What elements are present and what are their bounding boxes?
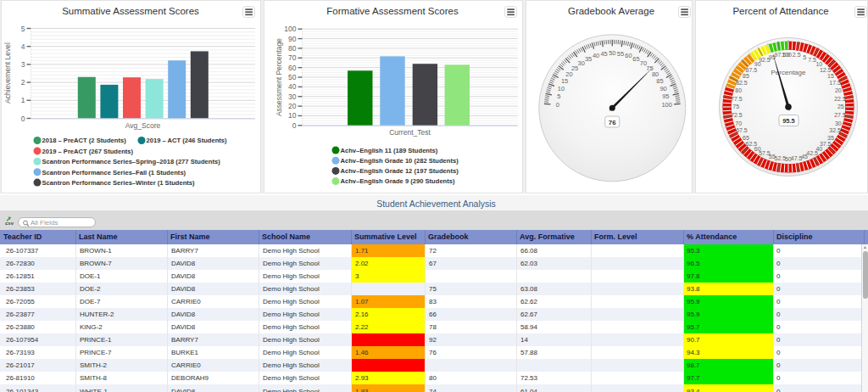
svg-text:52.5: 52.5 [775,155,787,161]
svg-text:30: 30 [577,59,584,67]
svg-text:1: 1 [21,96,25,104]
svg-text:76: 76 [609,119,616,126]
svg-text:35: 35 [585,55,592,63]
svg-text:0: 0 [21,115,25,123]
svg-text:90: 90 [288,35,297,43]
svg-text:30: 30 [288,92,297,101]
svg-text:70: 70 [288,53,297,62]
svg-text:Scantron Performance Series–Fa: Scantron Performance Series–Fall (1 Stud… [42,169,186,176]
svg-text:50: 50 [609,49,615,57]
svg-text:15: 15 [561,77,568,85]
svg-text:95.5: 95.5 [782,117,795,125]
svg-text:27.5: 27.5 [834,112,846,118]
svg-text:42.5: 42.5 [806,150,818,156]
svg-text:20: 20 [288,102,297,110]
svg-text:25: 25 [837,104,844,109]
svg-text:Achv–English Grade 9 (290 Stud: Achv–English Grade 9 (290 Students) [341,177,456,185]
svg-text:40: 40 [593,52,599,59]
svg-text:12.5: 12.5 [820,67,832,73]
svg-text:Achievement Level: Achievement Level [3,42,12,104]
svg-text:87.5: 87.5 [745,67,757,73]
svg-text:10: 10 [558,85,565,92]
svg-text:0: 0 [292,121,297,130]
svg-text:5: 5 [803,54,806,60]
svg-text:75: 75 [732,104,739,109]
svg-text:Achv–English Grade 10 (282 Stu: Achv–English Grade 10 (282 Students) [341,157,459,165]
svg-text:Formative Assessment Scores: Formative Assessment Scores [326,6,459,16]
svg-text:Current_Test: Current_Test [389,128,431,137]
svg-text:Avg_Score: Avg_Score [125,121,161,130]
svg-text:2: 2 [21,78,25,87]
svg-text:15: 15 [827,73,834,79]
svg-text:Assessment Percentage: Assessment Percentage [275,38,283,116]
svg-text:55: 55 [617,50,624,58]
svg-text:2019 – ACT (246 Students): 2019 – ACT (246 Students) [147,137,228,144]
svg-text:Summative Assessment Scores: Summative Assessment Scores [62,6,199,16]
svg-text:3: 3 [21,60,25,69]
svg-text:70: 70 [735,120,742,126]
svg-text:10: 10 [288,111,297,120]
svg-text:100: 100 [782,52,792,58]
svg-text:4: 4 [21,42,25,51]
svg-text:60: 60 [754,146,761,152]
svg-text:20: 20 [835,87,842,93]
svg-text:50: 50 [288,73,297,81]
svg-text:90: 90 [659,85,666,92]
svg-text:0: 0 [556,101,559,109]
svg-text:22.5: 22.5 [834,96,846,102]
svg-text:32.5: 32.5 [829,127,841,133]
svg-text:50: 50 [785,156,792,162]
svg-text:csv: csv [5,221,14,226]
svg-text:Gradebook Average: Gradebook Average [568,6,654,16]
svg-text:35: 35 [827,135,834,141]
svg-text:Achv–English Grade 12 (197 Stu: Achv–English Grade 12 (197 Students) [341,167,459,175]
svg-text:Achv–English 11 (189 Students): Achv–English 11 (189 Students) [341,147,438,154]
svg-text:30: 30 [835,120,842,126]
svg-text:47.5: 47.5 [791,155,803,161]
svg-text:82.5: 82.5 [736,80,748,86]
svg-text:100: 100 [284,25,296,33]
svg-text:45: 45 [600,50,607,58]
svg-text:100: 100 [661,101,672,109]
svg-text:60: 60 [288,64,297,72]
svg-text:Percent of Attendance: Percent of Attendance [732,6,828,16]
svg-text:17.5: 17.5 [829,80,841,86]
svg-text:5: 5 [557,92,560,100]
svg-text:60: 60 [625,52,632,59]
svg-text:85: 85 [743,73,749,79]
svg-text:Scantron Performance Series–Wi: Scantron Performance Series–Winter (1 St… [42,179,196,187]
svg-text:80: 80 [735,87,742,93]
svg-text:62.5: 62.5 [745,141,757,147]
svg-text:2019 – PreACT (267 Students): 2019 – PreACT (267 Students) [42,148,134,155]
svg-text:77.5: 77.5 [731,96,743,102]
svg-text:Percentage: Percentage [771,69,806,76]
svg-text:5: 5 [21,25,25,33]
svg-text:85: 85 [656,77,663,85]
svg-text:67.5: 67.5 [736,127,748,133]
svg-text:Scantron Performance Series–Sp: Scantron Performance Series–Spring–2018 … [42,158,221,165]
svg-text:65: 65 [632,55,639,63]
svg-text:72.5: 72.5 [731,112,743,118]
svg-text:40: 40 [288,82,297,91]
svg-text:2018 – PreACT (2 Students): 2018 – PreACT (2 Students) [42,137,127,144]
svg-text:2.5: 2.5 [793,52,801,58]
svg-text:95: 95 [662,92,669,100]
svg-text:65: 65 [743,135,749,141]
svg-text:80: 80 [288,44,297,53]
